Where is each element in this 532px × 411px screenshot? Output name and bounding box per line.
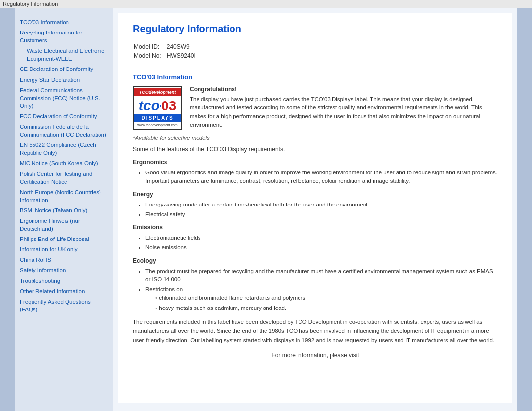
- model-no-label: Model No:: [134, 52, 166, 60]
- sidebar-item-1[interactable]: Recycling Information for Customers: [20, 29, 108, 44]
- energy-item-1: Energy-saving mode after a certain time-…: [145, 201, 498, 209]
- tco-num: 03: [161, 98, 176, 114]
- tco-content: Congratulations! The display you have ju…: [190, 86, 498, 129]
- ecology-sub-item-1: chlorinated and brominated flame retarda…: [155, 294, 498, 302]
- sidebar: TCO'03 InformationRecycling Information …: [15, 8, 113, 411]
- emissions-item-2: Noise emissions: [145, 243, 498, 252]
- content-inner: Regulatory Information Model ID: 240SW9 …: [118, 13, 512, 403]
- title-bar-text: Regulatory Information: [3, 1, 58, 7]
- ergonomics-title: Ergonomics: [133, 159, 498, 166]
- sidebar-item-19[interactable]: Other Related Information: [20, 287, 108, 295]
- ecology-item-2: Restrictions on chlorinated and brominat…: [145, 285, 498, 312]
- ecology-sub-list: chlorinated and brominated flame retarda…: [155, 294, 498, 312]
- tco-displays: DISPLAYS: [134, 114, 181, 122]
- features-text: Some of the features of the TCO'03 Displ…: [133, 146, 498, 153]
- model-no-value: HWS9240I: [167, 52, 200, 60]
- tco-logo: TCOdevelopment tco'03 DISPLAYS www.tcode…: [133, 86, 182, 130]
- tco-logo-top: TCOdevelopment: [134, 88, 181, 96]
- tco-section-title: TCO'03 Information: [133, 73, 498, 81]
- ergonomics-item-1: Good visual ergonomics and image quality…: [145, 169, 498, 186]
- ecology-sub-item-2: heavy metals such as cadmium, mercury an…: [155, 304, 498, 312]
- sidebar-item-15[interactable]: Information for UK only: [20, 245, 108, 253]
- tco-congrats-title: Congratulations!: [190, 86, 498, 93]
- emissions-list: Electromagnetic fields Noise emissions: [145, 234, 498, 252]
- energy-list: Energy-saving mode after a certain time-…: [145, 201, 498, 219]
- sidebar-item-7[interactable]: Commission Federale de la Communication …: [20, 123, 108, 138]
- energy-item-2: Electrical safety: [145, 210, 498, 219]
- available-note: *Available for selective models: [133, 135, 498, 141]
- sidebar-item-18[interactable]: Troubleshooting: [20, 277, 108, 285]
- sidebar-item-9[interactable]: MIC Notice (South Korea Only): [20, 159, 108, 167]
- divider: [133, 66, 498, 66]
- footer-text: For more information, please visit: [133, 352, 498, 359]
- sidebar-item-12[interactable]: BSMI Notice (Taiwan Only): [20, 206, 108, 214]
- page-title: Regulatory Information: [133, 23, 498, 34]
- sidebar-item-17[interactable]: Safety Information: [20, 266, 108, 274]
- tco-logo-middle: tco'03: [139, 96, 177, 114]
- energy-title: Energy: [133, 191, 498, 198]
- sidebar-item-0[interactable]: TCO'03 Information: [20, 18, 108, 26]
- emissions-title: Emissions: [133, 224, 498, 231]
- sidebar-item-2[interactable]: Waste Electrical and Electronic Equipmen…: [27, 47, 108, 63]
- tco-url: www.tcodevelopment.com: [134, 122, 181, 128]
- left-panel: [0, 8, 15, 411]
- sidebar-item-14[interactable]: Philips End-of-Life Disposal: [20, 235, 108, 243]
- sidebar-item-10[interactable]: Polish Center for Testing and Certificat…: [20, 170, 108, 186]
- sidebar-item-8[interactable]: EN 55022 Compliance (Czech Republic Only…: [20, 141, 108, 157]
- sidebar-item-20[interactable]: Frequently Asked Questions (FAQs): [20, 298, 108, 313]
- sidebar-item-3[interactable]: CE Declaration of Conformity: [20, 65, 108, 73]
- model-id-label: Model ID:: [134, 43, 166, 51]
- tco-box: TCOdevelopment tco'03 DISPLAYS www.tcode…: [133, 86, 498, 130]
- ecology-list: The product must be prepared for recycli…: [145, 267, 498, 312]
- sidebar-item-5[interactable]: Federal Communications Commission (FCC) …: [20, 86, 108, 110]
- content-area: Regulatory Information Model ID: 240SW9 …: [113, 8, 517, 411]
- title-bar: Regulatory Information: [0, 0, 532, 8]
- sidebar-item-16[interactable]: China RoHS: [20, 256, 108, 264]
- emissions-item-1: Electromagnetic fields: [145, 234, 498, 242]
- tco-text: tco: [139, 98, 160, 114]
- ecology-title: Ecology: [133, 257, 498, 264]
- model-info-table: Model ID: 240SW9 Model No: HWS9240I: [133, 42, 201, 61]
- right-panel: [517, 8, 532, 411]
- sidebar-item-13[interactable]: Ergonomie Hinweis (nur Deutschland): [20, 217, 108, 233]
- sidebar-item-4[interactable]: Energy Star Declaration: [20, 76, 108, 84]
- paragraph-text: The requirements included in this label …: [133, 317, 498, 344]
- ecology-item-1: The product must be prepared for recycli…: [145, 267, 498, 284]
- ergonomics-list: Good visual ergonomics and image quality…: [145, 169, 498, 186]
- model-id-value: 240SW9: [167, 43, 200, 51]
- sidebar-item-6[interactable]: FCC Declaration of Conformity: [20, 112, 108, 120]
- sidebar-item-11[interactable]: North Europe (Nordic Countries) Informat…: [20, 188, 108, 204]
- tco-congrats-text: The display you have just purchased carr…: [190, 95, 498, 129]
